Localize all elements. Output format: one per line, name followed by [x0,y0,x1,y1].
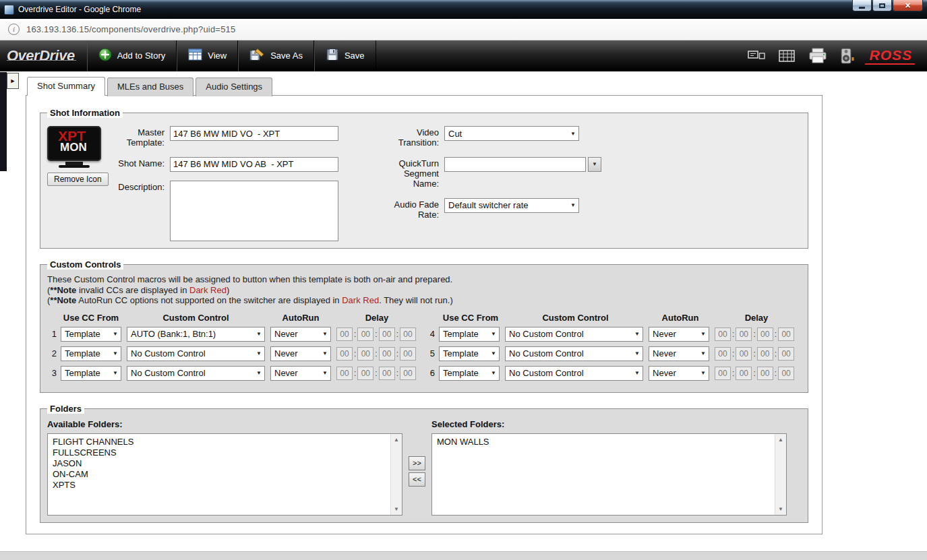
list-item[interactable]: MON WALLS [437,437,771,447]
chevron-down-icon: ▼ [256,331,262,337]
delay-input[interactable] [736,328,752,341]
custom-controls-fieldset: Custom Controls These Custom Control mac… [40,259,808,393]
audio-fade-rate-select[interactable]: Default switcher rate ▼ [444,198,579,213]
delay-input[interactable] [757,367,773,380]
minimize-button[interactable] [852,0,872,11]
delay-input[interactable] [357,347,373,361]
use-cc-from-select[interactable]: Template▼ [61,366,121,381]
autorun-select[interactable]: Never▼ [649,346,709,361]
use-cc-from-select-value: Template [443,368,479,378]
custom-control-select[interactable]: No Custom Control▼ [505,327,643,342]
tab-mles-and-buses[interactable]: MLEs and Buses [107,77,193,96]
use-cc-from-select[interactable]: Template▼ [439,346,500,361]
add-to-story-button[interactable]: Add to Story [87,40,177,71]
use-cc-from-select-value: Template [65,329,100,339]
speaker-icon[interactable] [841,48,854,64]
sidebar-toggle[interactable]: ► [7,73,19,89]
delay-input[interactable] [778,347,794,361]
use-cc-from-select[interactable]: Template▼ [61,327,121,342]
selected-folders-list[interactable]: MON WALLS ▲ ▼ [431,433,787,516]
delay-input[interactable] [400,367,416,380]
delay-input[interactable] [336,328,353,341]
delay-input[interactable] [715,347,731,361]
view-button[interactable]: View [177,40,238,71]
autorun-select-value: Never [274,348,298,359]
autorun-select[interactable]: Never▼ [270,366,331,381]
dark-red-text: Dark Red [189,285,227,295]
scroll-up-icon[interactable]: ▲ [778,434,783,445]
list-item[interactable]: XPTS [53,480,387,491]
cc-row-1: 1Template▼AUTO (Bank:1, Btn:1)▼Never▼::: [47,327,416,342]
autorun-select[interactable]: Never▼ [649,327,709,342]
delay-input[interactable] [357,328,373,341]
delay-input[interactable] [715,367,731,380]
delay-input[interactable] [379,347,395,361]
move-left-button[interactable]: << [409,472,425,487]
monitor-pair-icon[interactable] [748,50,765,62]
delay-colon: : [375,330,377,339]
quickturn-dropdown-button[interactable]: ▼ [588,157,601,172]
delay-input[interactable] [379,328,395,341]
delay-input[interactable] [757,347,773,361]
selected-folders-scrollbar[interactable]: ▲ ▼ [775,434,786,515]
custom-control-select[interactable]: AUTO (Bank:1, Btn:1)▼ [127,327,265,342]
available-folders-label: Available Folders: [47,419,402,429]
use-cc-from-select[interactable]: Template▼ [439,327,500,342]
delay-colon: : [354,369,356,378]
delay-input[interactable] [379,367,395,380]
description-textarea[interactable] [170,181,338,241]
custom-control-select[interactable]: No Custom Control▼ [127,366,265,381]
master-template-input[interactable] [170,126,338,141]
shot-name-input[interactable] [170,157,338,172]
delay-input[interactable] [400,347,416,361]
page-info-icon[interactable]: i [8,24,20,35]
quickturn-segment-name-input[interactable] [444,157,586,172]
delay-input[interactable] [336,347,353,361]
scroll-up-icon[interactable]: ▲ [394,434,399,445]
use-cc-from-select[interactable]: Template▼ [61,346,121,361]
move-right-button[interactable]: >> [409,456,425,470]
delay-input[interactable] [336,367,353,380]
dark-red-text: Dark Red [342,295,379,305]
maximize-button[interactable] [872,0,892,11]
save-button[interactable]: Save [314,40,376,71]
autorun-select[interactable]: Never▼ [270,346,331,361]
autorun-select[interactable]: Never▼ [649,366,709,381]
close-button[interactable]: ✕ [893,0,923,11]
custom-control-select[interactable]: No Custom Control▼ [505,346,643,361]
autorun-select[interactable]: Never▼ [270,327,331,342]
available-folders-scrollbar[interactable]: ▲ ▼ [390,434,402,515]
delay-colon: : [396,349,398,359]
use-cc-from-select[interactable]: Template▼ [439,366,500,381]
address-bar[interactable]: 163.193.136.15/components/overdrive.php?… [26,24,235,34]
tab-bar: Shot Summary MLEs and Buses Audio Settin… [27,77,823,96]
custom-control-select[interactable]: No Custom Control▼ [127,346,265,361]
delay-input[interactable] [736,367,752,380]
tab-shot-summary[interactable]: Shot Summary [27,77,105,96]
video-transition-label: Video Transition: [382,126,444,148]
delay-input[interactable] [715,328,731,341]
delay-input[interactable] [778,367,794,380]
cc-header-autorun: AutoRun [650,313,711,323]
list-item[interactable]: JASON [53,458,387,469]
list-item[interactable]: FLIGHT CHANNELS [53,437,387,447]
tab-audio-settings[interactable]: Audio Settings [196,77,272,96]
cc-header-delay: Delay [336,313,417,323]
delay-input[interactable] [736,347,752,361]
scroll-down-icon[interactable]: ▼ [778,503,783,515]
save-as-button[interactable]: Save As [238,40,314,71]
video-transition-select[interactable]: Cut ▼ [444,126,579,141]
delay-input[interactable] [400,328,416,341]
printer-icon[interactable] [808,48,827,64]
grid-panel-icon[interactable] [779,50,795,62]
shot-summary-panel: Shot Information XPT MON Remove Icon Mas… [26,95,823,534]
scroll-down-icon[interactable]: ▼ [394,503,399,515]
available-folders-list[interactable]: FLIGHT CHANNELSFULLSCREENSJASONON-CAMXPT… [47,433,402,516]
custom-control-select[interactable]: No Custom Control▼ [505,366,643,381]
delay-input[interactable] [357,367,373,380]
delay-input[interactable] [757,328,773,341]
remove-icon-button[interactable]: Remove Icon [47,173,109,186]
list-item[interactable]: ON-CAM [53,469,387,480]
list-item[interactable]: FULLSCREENS [53,447,387,458]
delay-input[interactable] [778,328,794,341]
